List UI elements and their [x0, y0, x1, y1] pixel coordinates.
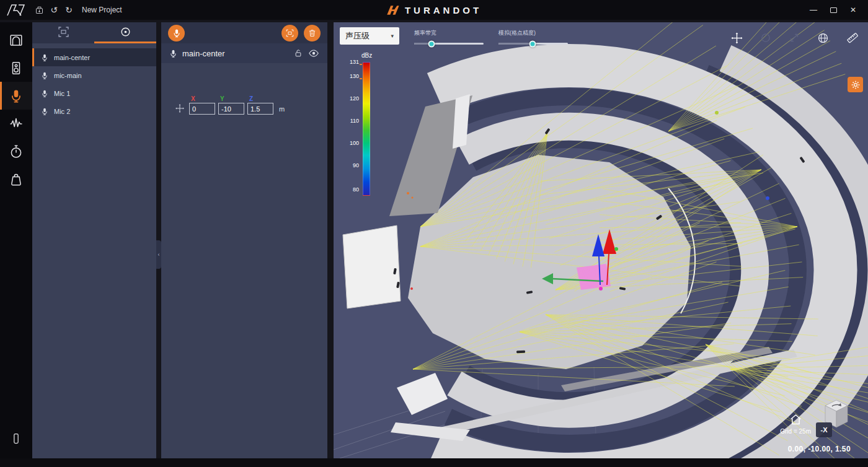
microphone-list-panel: main-center mic-main Mic 1 Mic 2 ‹ — [32, 22, 156, 458]
sidebar-item-signal[interactable] — [0, 110, 32, 137]
frequency-bandwidth-control: 频率带宽 — [414, 27, 484, 45]
legend-body: 131 130 120 110 100 90 80 — [344, 62, 383, 196]
properties-toolbar — [161, 22, 327, 43]
lock-toggle[interactable] — [293, 48, 303, 58]
maximize-button[interactable] — [827, 4, 839, 16]
legend-tick: 100 — [344, 140, 359, 146]
viewport-settings-button[interactable] — [848, 77, 863, 92]
legend-tick: 130 — [344, 73, 359, 79]
home-icon — [789, 413, 802, 426]
legend-tick: 120 — [344, 95, 359, 102]
app-logo-icon — [6, 3, 26, 17]
frequency-bandwidth-slider[interactable] — [414, 43, 484, 45]
display-mode-dropdown[interactable]: 声压级 ▾ — [340, 27, 399, 45]
scene-canvas[interactable] — [334, 22, 868, 458]
title-bar: ↺ ↻ New Project TURANDOT — ✕ — [0, 0, 868, 20]
simulation-precision-control: 模拟(格点精度) — [498, 27, 568, 45]
mic-label: Mic 2 — [54, 108, 70, 115]
sidebar-item-venue[interactable] — [0, 26, 32, 54]
legend-tick: 131 — [344, 59, 359, 65]
legend-tick: 80 — [344, 186, 359, 193]
microphone-icon — [41, 53, 48, 62]
redo-button[interactable]: ↻ — [62, 3, 76, 17]
list-item-mic[interactable]: mic-main — [32, 66, 156, 84]
microphone-icon — [169, 49, 177, 58]
stopwatch-icon — [9, 144, 24, 159]
legend-tick: 90 — [344, 162, 359, 168]
venue-icon — [9, 33, 24, 48]
app-window: ↺ ↻ New Project TURANDOT — ✕ — [0, 0, 868, 467]
legend-unit: dBz — [361, 52, 383, 59]
sidebar-item-microphones[interactable] — [0, 82, 32, 110]
viewport-tools — [730, 27, 859, 45]
panel-collapse-handle[interactable]: ‹ — [156, 240, 161, 269]
legend-range-mark — [360, 64, 362, 65]
x-label: X — [189, 95, 215, 102]
pan-icon — [730, 32, 743, 45]
minimize-button[interactable]: — — [807, 4, 820, 16]
list-item-mic[interactable]: main-center — [32, 48, 156, 66]
frame-selection-button[interactable] — [281, 25, 298, 41]
globe-icon — [817, 32, 830, 45]
slider-label: 频率带宽 — [414, 29, 484, 37]
delete-button[interactable] — [304, 25, 321, 41]
microphone-icon — [41, 89, 48, 98]
slider-handle[interactable] — [529, 40, 536, 47]
mic-label: main-center — [54, 54, 90, 61]
y-input[interactable] — [218, 103, 244, 115]
position-coordinates: X Y Z m — [161, 63, 327, 115]
x-input[interactable] — [189, 103, 215, 115]
target-icon — [119, 25, 132, 38]
slider-handle[interactable] — [428, 40, 435, 47]
simulation-precision-slider[interactable] — [498, 43, 568, 45]
zoom-extents-button[interactable] — [788, 32, 800, 44]
y-coordinate-field: Y — [218, 95, 244, 115]
undo-button[interactable]: ↺ — [47, 3, 61, 17]
orbit-icon — [760, 32, 772, 44]
list-item-mic[interactable]: Mic 1 — [32, 84, 156, 102]
weight-icon — [9, 172, 24, 187]
globe-view-button[interactable] — [817, 32, 830, 45]
legend-range-mark — [360, 78, 362, 79]
left-toolbar — [0, 22, 32, 458]
microphone-icon — [41, 71, 48, 80]
close-icon: ✕ — [850, 6, 856, 14]
cube-face-button[interactable]: -X — [816, 422, 832, 437]
sidebar-item-timing[interactable] — [0, 137, 32, 165]
selected-object-title: main-center — [182, 49, 225, 58]
mic-label: Mic 1 — [54, 90, 70, 97]
save-box-icon — [35, 6, 44, 15]
move-handle[interactable] — [175, 103, 185, 113]
sidebar-item-speakers[interactable] — [0, 54, 32, 82]
viewport-3d: 声压级 ▾ 频率带宽 模拟(格点精度) — [334, 22, 868, 458]
list-item-mic[interactable]: Mic 2 — [32, 102, 156, 120]
close-button[interactable]: ✕ — [847, 4, 859, 16]
gear-icon — [851, 80, 861, 90]
add-microphone-button[interactable] — [168, 25, 185, 41]
tab-stage-selection[interactable] — [32, 22, 94, 43]
tab-mic-target[interactable] — [94, 22, 156, 43]
visibility-toggle[interactable] — [308, 48, 319, 59]
selected-object-header: main-center — [161, 43, 327, 63]
pan-tool-button[interactable] — [730, 32, 743, 45]
project-name: New Project — [82, 6, 122, 14]
microphone-icon — [9, 89, 23, 103]
sidebar-item-load[interactable] — [0, 165, 32, 193]
speaker-icon — [9, 61, 24, 76]
z-input[interactable] — [247, 103, 273, 115]
save-project-button[interactable] — [32, 3, 46, 17]
status-bar — [0, 458, 868, 467]
diagonal-arrows-icon — [788, 32, 800, 44]
orbit-tool-button[interactable] — [760, 32, 772, 44]
properties-panel: main-center X Y Z m — [161, 22, 327, 458]
app-logo — [0, 0, 32, 20]
slider-fill — [498, 43, 533, 45]
trash-icon — [308, 28, 317, 38]
turandot-logo-icon — [386, 5, 400, 15]
home-view-button[interactable] — [789, 413, 802, 426]
selection-frame-icon — [57, 25, 70, 38]
redo-icon: ↻ — [65, 5, 73, 15]
measure-tool-button[interactable] — [846, 31, 859, 45]
sidebar-item-panel-toggle[interactable] — [0, 424, 32, 452]
microphone-list: main-center mic-main Mic 1 Mic 2 — [32, 43, 156, 120]
